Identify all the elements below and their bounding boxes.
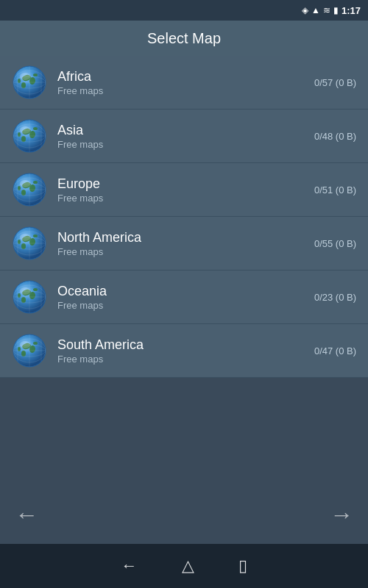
item-name-oceania: Oceania <box>57 283 307 300</box>
svg-point-19 <box>33 127 38 130</box>
svg-point-61 <box>33 288 38 291</box>
location-icon: ◈ <box>302 5 308 15</box>
map-item-oceania[interactable]: Oceania Free maps 0/23 (0 B) <box>0 270 368 324</box>
recent-apps-button[interactable]: ▯ <box>238 556 247 576</box>
item-name-asia: Asia <box>57 122 307 139</box>
item-info-europe: Europe Free maps <box>57 176 307 204</box>
item-info-asia: Asia Free maps <box>57 122 307 150</box>
item-info-africa: Africa Free maps <box>57 68 307 96</box>
item-count-oceania: 0/23 (0 B) <box>314 292 356 303</box>
item-subtext-north-america: Free maps <box>57 246 307 257</box>
battery-icon: ▮ <box>333 5 339 15</box>
svg-point-5 <box>33 74 38 76</box>
map-item-africa[interactable]: Africa Free maps 0/57 (0 B) <box>0 56 368 110</box>
item-name-africa: Africa <box>57 68 307 85</box>
svg-point-27 <box>20 126 30 134</box>
item-name-south-america: South America <box>57 337 307 354</box>
svg-point-41 <box>20 180 30 187</box>
wifi-icon: ≋ <box>323 5 330 15</box>
globe-icon-asia <box>12 118 47 154</box>
item-name-europe: Europe <box>57 176 307 193</box>
globe-icon-europe <box>12 172 47 207</box>
content-area <box>0 378 368 485</box>
item-subtext-oceania: Free maps <box>57 300 307 311</box>
svg-point-33 <box>33 181 38 184</box>
item-count-asia: 0/48 (0 B) <box>314 131 356 142</box>
item-info-oceania: Oceania Free maps <box>57 283 307 311</box>
left-arrow-button[interactable]: ← <box>15 501 38 528</box>
signal-icon: ▲ <box>311 5 320 15</box>
status-bar: ◈ ▲ ≋ ▮ 1:17 <box>0 0 368 21</box>
right-arrow-button[interactable]: → <box>330 501 353 528</box>
item-count-europe: 0/51 (0 B) <box>314 184 356 196</box>
svg-point-18 <box>21 136 26 142</box>
item-count-south-america: 0/47 (0 B) <box>314 345 356 356</box>
item-subtext-africa: Free maps <box>57 85 307 96</box>
svg-point-46 <box>21 243 26 249</box>
map-list: Africa Free maps 0/57 (0 B) <box>0 56 368 378</box>
svg-point-75 <box>33 342 38 345</box>
item-subtext-europe: Free maps <box>57 193 307 204</box>
page-title: Select Map <box>147 30 221 47</box>
svg-point-83 <box>20 341 30 348</box>
globe-icon-africa <box>12 65 47 100</box>
svg-point-69 <box>20 287 30 295</box>
back-button[interactable]: ← <box>121 556 138 576</box>
globe-icon-north-america <box>12 226 47 261</box>
side-navigation: ← → <box>0 485 368 544</box>
item-name-north-america: North America <box>57 229 307 246</box>
svg-point-47 <box>33 234 38 237</box>
item-subtext-asia: Free maps <box>57 139 307 150</box>
globe-icon-south-america <box>12 333 47 368</box>
title-bar: Select Map <box>0 21 368 56</box>
status-time: 1:17 <box>342 5 361 16</box>
svg-point-74 <box>21 351 26 356</box>
svg-point-32 <box>21 190 26 196</box>
svg-point-13 <box>20 73 30 80</box>
map-item-north-america[interactable]: North America Free maps 0/55 (0 B) <box>0 217 368 270</box>
svg-point-55 <box>20 234 30 241</box>
item-subtext-south-america: Free maps <box>57 354 307 365</box>
status-icons: ◈ ▲ ≋ ▮ 1:17 <box>302 5 361 16</box>
map-item-europe[interactable]: Europe Free maps 0/51 (0 B) <box>0 163 368 217</box>
globe-icon-oceania <box>12 279 47 315</box>
map-item-asia[interactable]: Asia Free maps 0/48 (0 B) <box>0 110 368 163</box>
bottom-navigation-bar: ← △ ▯ <box>0 544 368 588</box>
item-count-africa: 0/57 (0 B) <box>314 77 356 88</box>
map-item-south-america[interactable]: South America Free maps 0/47 (0 B) <box>0 324 368 378</box>
svg-point-60 <box>21 297 26 303</box>
svg-point-4 <box>21 82 26 88</box>
item-info-south-america: South America Free maps <box>57 337 307 365</box>
item-count-north-america: 0/55 (0 B) <box>314 238 356 249</box>
home-button[interactable]: △ <box>182 556 194 576</box>
item-info-north-america: North America Free maps <box>57 229 307 257</box>
